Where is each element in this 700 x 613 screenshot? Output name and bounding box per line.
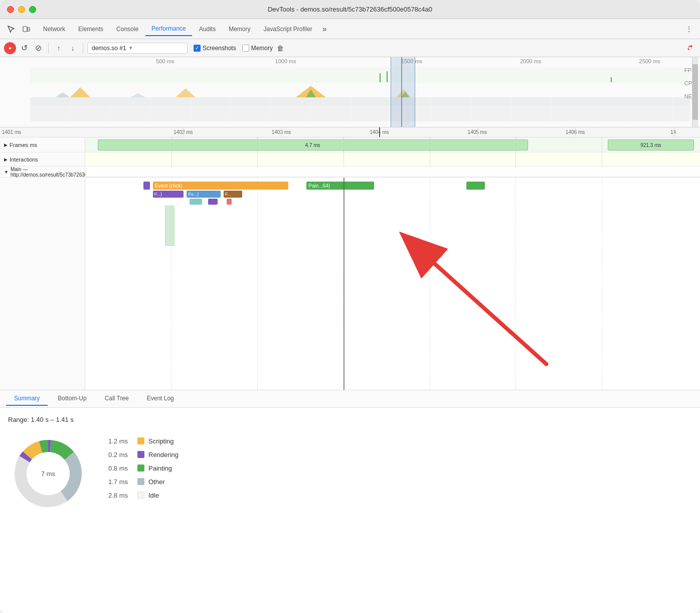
maximize-button[interactable] xyxy=(29,6,36,13)
separator-2 xyxy=(83,43,83,53)
overview-time-2500: 2500 ms xyxy=(639,58,660,64)
scrollbar-thumb[interactable] xyxy=(692,64,698,120)
tab-event-log[interactable]: Event Log xyxy=(139,392,182,406)
frames-label[interactable]: ▶ Frames ms xyxy=(0,137,85,152)
clear-button[interactable]: ⊘ xyxy=(32,42,44,54)
tab-js-profiler[interactable]: JavaScript Profiler xyxy=(257,23,318,36)
overview-scrollbar[interactable] xyxy=(692,57,698,127)
legend-other: 1.7 ms Other xyxy=(108,478,179,486)
grid-line-6 xyxy=(673,127,674,137)
tab-console[interactable]: Console xyxy=(110,23,144,36)
purple-block-1[interactable] xyxy=(143,182,149,190)
tab-elements[interactable]: Elements xyxy=(72,23,109,36)
tab-summary[interactable]: Summary xyxy=(6,392,48,406)
frames-bar-2[interactable]: 921.3 ms xyxy=(608,139,694,150)
checkbox-group: ✓ Screenshots Memory xyxy=(194,45,273,52)
fps-spike-3 xyxy=(611,77,612,82)
range-text: Range: 1.40 s – 1.41 s xyxy=(8,416,692,423)
tabs-container: Network Elements Console Performance Aud… xyxy=(37,22,682,36)
interactions-content xyxy=(85,152,700,166)
painting-value: 0.8 ms xyxy=(108,465,133,472)
svg-marker-8 xyxy=(130,93,145,97)
title-bar: DevTools - demos.so/result/5c73b72636cf5… xyxy=(0,0,700,19)
rendering-value: 0.2 ms xyxy=(108,451,133,458)
traffic-lights[interactable] xyxy=(7,6,36,13)
check-icon: ✓ xyxy=(195,45,199,51)
gear-button[interactable] xyxy=(684,42,696,54)
func-block-3[interactable]: F... xyxy=(224,191,242,198)
frames-bar-1[interactable]: 4.7 ms xyxy=(98,139,528,150)
other-value: 1.7 ms xyxy=(108,478,133,486)
grid-line-1 xyxy=(183,127,184,137)
tab-bar-left-icons xyxy=(4,22,33,36)
interactions-label[interactable]: ▶ Interactions xyxy=(0,152,85,166)
flame-chart-area: Event (click) Pain...64) F...) Fu...) xyxy=(0,178,700,390)
record-button[interactable]: ● xyxy=(4,42,16,54)
purple-block-2[interactable] xyxy=(208,199,217,205)
tab-network[interactable]: Network xyxy=(37,23,71,36)
main-expand-icon[interactable]: ▼ xyxy=(4,170,9,175)
frames-expand-icon[interactable]: ▶ xyxy=(4,142,8,147)
memory-checkbox-item[interactable]: Memory xyxy=(242,45,273,52)
interactions-row: ▶ Interactions xyxy=(0,152,700,167)
reload-button[interactable]: ↺ xyxy=(18,42,30,54)
tab-memory[interactable]: Memory xyxy=(223,23,256,36)
url-selector[interactable]: demos.so #1 ▼ xyxy=(87,43,188,54)
legend-idle: 2.8 ms Idle xyxy=(108,492,179,499)
teal-block[interactable] xyxy=(190,199,202,205)
painting-swatch xyxy=(137,465,144,472)
rendering-label: Rendering xyxy=(148,451,179,458)
scripting-label: Scripting xyxy=(148,437,174,445)
device-icon[interactable] xyxy=(19,22,33,36)
tab-call-tree[interactable]: Call Tree xyxy=(97,392,137,406)
svg-line-12 xyxy=(405,237,547,364)
grid-line-2 xyxy=(281,127,282,137)
green-small-block[interactable] xyxy=(466,182,485,190)
overview-time-2000: 2000 ms xyxy=(520,58,541,64)
main-label[interactable]: ▼ Main — http://demos.so/result/5c73b726… xyxy=(0,167,85,177)
trash-button[interactable]: 🗑 xyxy=(277,44,284,52)
frames-grid-5 xyxy=(515,137,516,152)
frames-content: 4.7 ms 921.3 ms xyxy=(85,137,700,152)
frames-grid-1 xyxy=(171,137,172,152)
func-block-2[interactable]: Fu...) xyxy=(187,191,220,198)
annotation-arrow-svg xyxy=(85,178,700,390)
filmstrip-bar xyxy=(30,97,690,121)
tab-more-icon[interactable]: » xyxy=(319,25,330,34)
download-button[interactable]: ↓ xyxy=(67,42,79,54)
flame-chart-content: Event (click) Pain...64) F...) Fu...) xyxy=(85,178,700,390)
func-block-1[interactable]: F...) xyxy=(153,191,184,198)
memory-label: Memory xyxy=(251,45,273,52)
upload-button[interactable]: ↑ xyxy=(53,42,65,54)
frames-row: ▶ Frames ms 4.7 ms 921.3 ms xyxy=(0,137,700,152)
event-click-block[interactable]: Event (click) xyxy=(153,182,288,190)
painting-label: Painting xyxy=(148,465,172,472)
fps-spike-2 xyxy=(387,71,388,82)
tab-audits[interactable]: Audits xyxy=(193,23,222,36)
fps-spike-1 xyxy=(380,73,381,82)
green-bar-tall[interactable] xyxy=(165,206,174,246)
tab-performance[interactable]: Performance xyxy=(145,22,192,36)
flame-grid-5 xyxy=(515,178,516,390)
minimize-button[interactable] xyxy=(18,6,25,13)
close-button[interactable] xyxy=(7,6,14,13)
screenshots-checkbox[interactable]: ✓ xyxy=(194,45,201,52)
legend-scripting: 1.2 ms Scripting xyxy=(108,437,179,445)
frames-grid-4 xyxy=(430,137,430,152)
bottom-tabs: Summary Bottom-Up Call Tree Event Log xyxy=(0,390,700,408)
url-value: demos.so #1 xyxy=(92,45,126,52)
frames-grid-2 xyxy=(257,137,258,152)
flame-grid-6 xyxy=(602,178,602,390)
inspect-icon[interactable] xyxy=(4,22,18,36)
overview-cursor xyxy=(401,57,402,127)
ruler-1401: 1401 ms xyxy=(2,129,21,135)
interactions-expand-icon[interactable]: ▶ xyxy=(4,157,8,162)
pink-block[interactable] xyxy=(227,199,232,205)
donut-center-label: 7 ms xyxy=(41,470,55,477)
tab-bottom-up[interactable]: Bottom-Up xyxy=(50,392,94,406)
paint-block[interactable]: Pain...64) xyxy=(306,182,374,190)
screenshots-checkbox-item[interactable]: ✓ Screenshots xyxy=(194,45,236,52)
memory-checkbox[interactable] xyxy=(242,45,249,52)
overview-panel: 500 ms 1000 ms 1500 ms 2000 ms 2500 ms xyxy=(0,57,700,127)
devtools-menu-icon[interactable]: ⋮ xyxy=(682,22,696,36)
